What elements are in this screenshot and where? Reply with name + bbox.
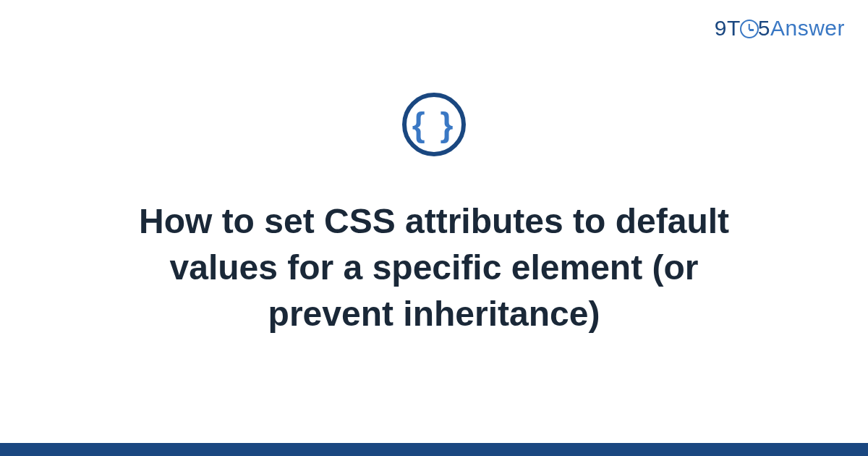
logo-nine: 9 bbox=[715, 16, 727, 40]
logo-five: 5 bbox=[758, 16, 770, 40]
footer-bar bbox=[0, 443, 868, 456]
logo-answer: Answer bbox=[770, 16, 845, 40]
question-title: How to set CSS attributes to default val… bbox=[87, 198, 781, 337]
logo-t: T bbox=[727, 16, 741, 40]
site-logo: 9T5Answer bbox=[715, 16, 845, 41]
css-braces-icon: { } bbox=[412, 108, 456, 141]
clock-icon bbox=[740, 20, 759, 38]
main-content: { } How to set CSS attributes to default… bbox=[0, 93, 868, 337]
category-icon-circle: { } bbox=[402, 93, 466, 156]
